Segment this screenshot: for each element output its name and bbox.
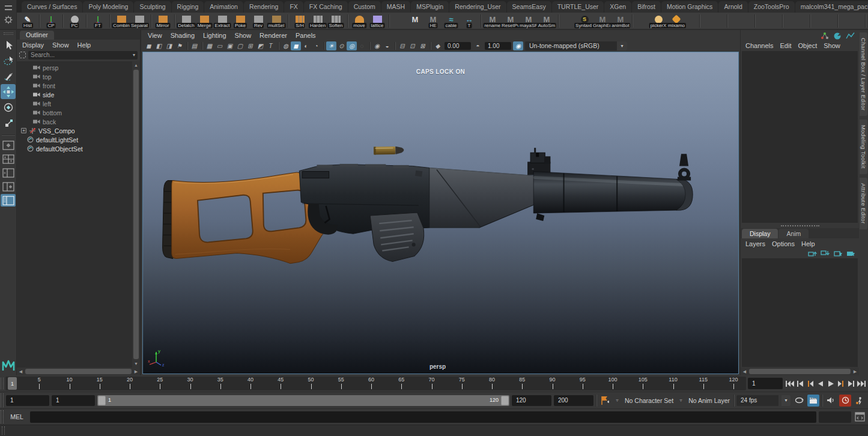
shelf-button[interactable] bbox=[392, 13, 406, 29]
gamma-icon[interactable]: ◓ bbox=[473, 41, 483, 50]
xray-icon[interactable]: ◒ bbox=[382, 41, 392, 50]
step-forward-frame-button[interactable] bbox=[846, 378, 856, 390]
channel-list-empty[interactable] bbox=[742, 51, 858, 223]
outliner-item[interactable]: left bbox=[17, 99, 132, 108]
shelf-button[interactable] bbox=[635, 13, 649, 29]
ssao-icon[interactable]: ◎ bbox=[347, 41, 357, 50]
layout-single-pane-button[interactable] bbox=[1, 139, 16, 151]
shelf-button[interactable]: FT bbox=[89, 13, 107, 29]
rifle-3d-model[interactable] bbox=[143, 52, 738, 374]
viewport-menu[interactable]: Show bbox=[235, 32, 252, 39]
grid-icon[interactable]: ▦ bbox=[204, 41, 214, 50]
shelf-button[interactable] bbox=[556, 13, 561, 29]
go-to-end-button[interactable] bbox=[856, 378, 866, 390]
playback-start-field[interactable]: 1 bbox=[52, 395, 95, 406]
channel-box-menu[interactable]: Show bbox=[824, 42, 840, 49]
layer-move-up-icon[interactable] bbox=[808, 250, 817, 257]
viewport-menu[interactable]: Lighting bbox=[203, 32, 226, 39]
character-set-bookmark-icon[interactable] bbox=[599, 395, 611, 407]
move-tool[interactable] bbox=[1, 84, 16, 99]
shelf-button[interactable]: M bbox=[406, 13, 424, 29]
layer-editor-menu[interactable]: Help bbox=[801, 240, 815, 247]
shelf-button[interactable]: ✎ Hist bbox=[19, 13, 37, 29]
dropdown-caret-icon[interactable]: ▾ bbox=[617, 41, 627, 50]
shelf-button[interactable] bbox=[285, 13, 291, 29]
layer-editor-hscrollbar[interactable]: ◀ ▶ bbox=[741, 368, 859, 375]
shelf-button[interactable] bbox=[824, 13, 851, 29]
lasso-select-tool[interactable] bbox=[1, 53, 16, 68]
shelf-button[interactable] bbox=[148, 13, 154, 29]
exposure-icon[interactable]: ◆ bbox=[432, 41, 443, 50]
animation-preferences-icon[interactable] bbox=[854, 395, 866, 407]
outliner-vscrollbar[interactable]: ▲ ▼ bbox=[132, 61, 140, 368]
layout-four-pane-button[interactable] bbox=[1, 153, 16, 165]
channel-nodes-icon[interactable] bbox=[821, 32, 829, 40]
outliner-hscroll-thumb[interactable] bbox=[25, 369, 132, 374]
shelf-t​ab[interactable]: MSPlugin bbox=[411, 1, 449, 13]
shelf-t​ab[interactable]: Animation bbox=[204, 1, 243, 13]
channel-graph-icon[interactable] bbox=[846, 32, 855, 40]
rotate-tool[interactable] bbox=[1, 100, 16, 115]
shelf-button[interactable]: M rename bbox=[484, 13, 502, 29]
outliner-tab[interactable]: Outliner bbox=[20, 31, 54, 40]
tonemap-toggle-icon[interactable]: ◉ bbox=[513, 41, 523, 50]
create-empty-layer-icon[interactable] bbox=[833, 250, 842, 257]
shelf-t​ab[interactable]: ZooToolsPro bbox=[748, 1, 795, 13]
shelf-t​ab[interactable]: Arnold bbox=[718, 1, 747, 13]
layer-list-empty[interactable] bbox=[742, 258, 858, 367]
layout-two-pane-alt-button[interactable] bbox=[1, 180, 16, 193]
layer-editor-tab[interactable]: Anim bbox=[778, 229, 809, 238]
scale-tool[interactable] bbox=[1, 115, 16, 130]
rangebar-grip[interactable] bbox=[1, 393, 4, 407]
layer-editor-tab[interactable]: Display bbox=[742, 229, 778, 238]
shelf-t​ab[interactable]: Rendering_User bbox=[449, 1, 506, 13]
sidebar-vertical-tab[interactable]: Attribute Editor bbox=[860, 178, 867, 229]
shelf-button[interactable] bbox=[83, 13, 89, 29]
go-to-start-button[interactable] bbox=[785, 378, 795, 390]
shelf-button[interactable]: Separat bbox=[130, 13, 148, 29]
shelf-t​ab[interactable]: Custom bbox=[348, 1, 381, 13]
shelf-t​ab[interactable]: malcolm341_mega_pack bbox=[795, 1, 868, 13]
shelf-button[interactable]: ≈ cable bbox=[442, 13, 460, 29]
shelf-button[interactable]: multSel bbox=[267, 13, 285, 29]
shelf-button[interactable]: M mayaSF bbox=[520, 13, 538, 29]
gamma-field[interactable]: 1.00 bbox=[485, 42, 511, 50]
isolate-select-icon[interactable]: ◉ bbox=[372, 41, 382, 50]
shelf-button[interactable] bbox=[851, 13, 868, 29]
shelf-t​ab[interactable]: Poly Modeling bbox=[83, 1, 133, 13]
layer-move-down-icon[interactable] bbox=[821, 250, 830, 257]
shelf-t​ab[interactable]: SeamsEasy bbox=[507, 1, 551, 13]
shaded-icon[interactable]: ◼ bbox=[291, 41, 301, 50]
shelf-button[interactable]: M AutoSm bbox=[538, 13, 556, 29]
current-frame-marker[interactable]: 1 bbox=[8, 377, 17, 390]
shelf-button[interactable]: Detatch bbox=[177, 13, 195, 29]
shelf-button[interactable]: Rev bbox=[249, 13, 267, 29]
sidebar-vertical-tab[interactable]: Channel Box / Layer Editor bbox=[860, 32, 867, 116]
pane-layout-h-icon[interactable]: ⊟ bbox=[397, 41, 407, 50]
shelf-t​ab[interactable]: Curves / Surfaces bbox=[22, 1, 82, 13]
image-plane-icon[interactable]: ▤ bbox=[189, 41, 199, 50]
toolbox-grip[interactable] bbox=[4, 32, 13, 35]
shelf-button[interactable]: Harden bbox=[309, 13, 327, 29]
timeline-ruler[interactable]: 5 10 15 20 25 30 35 bbox=[5, 377, 746, 390]
outliner-menu[interactable]: Show bbox=[52, 41, 69, 49]
outliner-search-input[interactable]: Search... ▾ bbox=[28, 51, 138, 59]
shelf-button[interactable]: Soften bbox=[327, 13, 345, 29]
realtime-playback-icon[interactable] bbox=[839, 395, 851, 407]
filter-icon[interactable] bbox=[19, 52, 26, 58]
play-backwards-button[interactable] bbox=[815, 378, 825, 390]
outliner-item[interactable]: front bbox=[17, 81, 132, 90]
mel-label[interactable]: MEL bbox=[6, 413, 28, 420]
use-all-lights-icon[interactable]: ☀ bbox=[326, 41, 336, 50]
shelf-t​ab[interactable]: Bifrost bbox=[632, 1, 661, 13]
shelf-button[interactable]: CP bbox=[42, 13, 60, 29]
shelf-button[interactable]: ↔ T bbox=[460, 13, 478, 29]
shelf-button[interactable]: Combin bbox=[112, 13, 130, 29]
hud-toggle-icon[interactable]: T bbox=[266, 41, 276, 50]
shelf-button[interactable] bbox=[37, 13, 42, 29]
shelf-t​ab[interactable]: FX Caching bbox=[304, 1, 348, 13]
pane-layout-split-icon[interactable]: ⊠ bbox=[417, 41, 428, 50]
layout-two-pane-button[interactable] bbox=[1, 166, 16, 179]
range-slider[interactable]: 1 120 bbox=[97, 395, 509, 406]
viewport-canvas[interactable]: CAPS LOCK ON bbox=[142, 52, 739, 374]
